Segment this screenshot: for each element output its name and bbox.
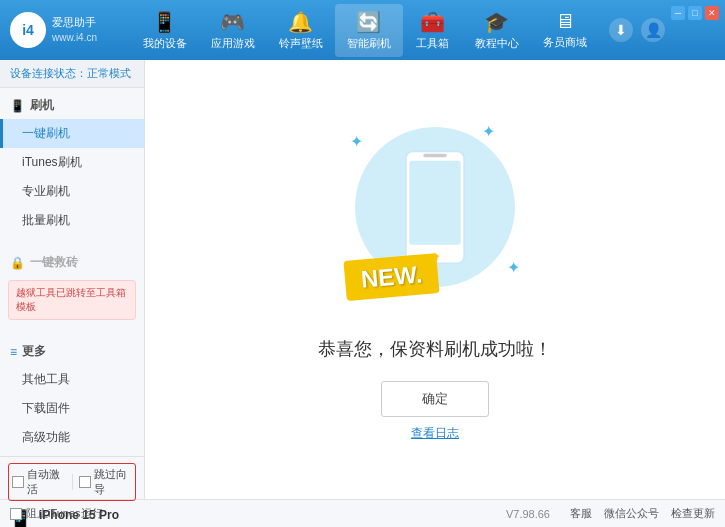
sidebar-item-batch-flash[interactable]: 批量刷机	[0, 206, 144, 235]
sidebar-section-flash: 📱 刷机 一键刷机 iTunes刷机 专业刷机 批量刷机	[0, 88, 144, 239]
top-right-controls: ⬇ 👤	[609, 18, 665, 42]
sidebar-section-more: ≡ 更多 其他工具 下载固件 高级功能	[0, 334, 144, 456]
sidebar-item-itunes-flash[interactable]: iTunes刷机	[0, 148, 144, 177]
lock-icon: 🔒	[10, 256, 25, 270]
nav-my-device-label: 我的设备	[143, 36, 187, 51]
nav-bar: 📱 我的设备 🎮 应用游戏 🔔 铃声壁纸 🔄 智能刷机 🧰 工具箱 🎓 教程中心…	[120, 4, 609, 57]
version-label: V7.98.66	[506, 508, 550, 520]
sidebar-section-more-header: ≡ 更多	[0, 338, 144, 365]
nav-store-icon: 🖥	[555, 10, 575, 33]
new-badge-stars: ✦	[429, 248, 442, 265]
nav-ringtones[interactable]: 🔔 铃声壁纸	[267, 4, 335, 57]
nav-tutorial[interactable]: 🎓 教程中心	[463, 4, 531, 57]
nav-smart-flash-icon: 🔄	[356, 10, 381, 34]
auto-activate-checkbox-label[interactable]: 自动激活	[12, 467, 65, 497]
bottom-links: 客服 微信公众号 检查更新	[570, 506, 715, 521]
new-badge: NEW. ✦	[343, 253, 439, 301]
nav-toolbox[interactable]: 🧰 工具箱	[403, 4, 463, 57]
auto-activate-checkbox[interactable]	[12, 476, 24, 488]
window-controls: ─ □ ✕	[671, 6, 719, 20]
nav-smart-flash-label: 智能刷机	[347, 36, 391, 51]
skip-activate-checkbox[interactable]	[79, 476, 91, 488]
nav-store-label: 务员商域	[543, 35, 587, 50]
bottom-link-wechat[interactable]: 微信公众号	[604, 506, 659, 521]
skip-activate-checkbox-label[interactable]: 跳过向导	[79, 467, 132, 497]
svg-rect-1	[409, 160, 460, 244]
new-badge-text: NEW.	[360, 260, 423, 292]
sidebar-item-one-key-flash[interactable]: 一键刷机	[0, 119, 144, 148]
logo-circle: i4	[10, 12, 46, 48]
content-area: 设备连接状态：正常模式 📱 刷机 一键刷机 iTunes刷机 专业刷机 批量刷机	[0, 60, 725, 499]
close-button[interactable]: ✕	[705, 6, 719, 20]
view-log-link[interactable]: 查看日志	[411, 425, 459, 442]
sparkle-1-icon: ✦	[350, 132, 363, 151]
nav-apps-games[interactable]: 🎮 应用游戏	[199, 4, 267, 57]
sidebar-item-download-firmware[interactable]: 下载固件	[0, 394, 144, 423]
auto-activate-row: 自动激活 跳过向导	[8, 463, 136, 501]
download-button[interactable]: ⬇	[609, 18, 633, 42]
sidebar-section-flash-header: 📱 刷机	[0, 92, 144, 119]
nav-toolbox-icon: 🧰	[420, 10, 445, 34]
status-bar: 设备连接状态：正常模式	[0, 60, 144, 88]
topbar: i4 爱思助手 www.i4.cn 📱 我的设备 🎮 应用游戏 🔔 铃声壁纸 🔄…	[0, 0, 725, 60]
bottom-link-update[interactable]: 检查更新	[671, 506, 715, 521]
sidebar-item-pro-flash[interactable]: 专业刷机	[0, 177, 144, 206]
nav-my-device[interactable]: 📱 我的设备	[131, 4, 199, 57]
sparkle-3-icon: ✦	[507, 258, 520, 277]
sidebar-section-rescue-header: 🔒 一键救砖	[0, 249, 144, 276]
nav-toolbox-label: 工具箱	[416, 36, 449, 51]
more-section-icon: ≡	[10, 345, 17, 359]
maximize-button[interactable]: □	[688, 6, 702, 20]
logo-text: 爱思助手 www.i4.cn	[52, 15, 97, 44]
main-content: ✦ ✦ ✦ NEW. ✦ 恭喜您，保资料刷机成功啦！ 确定 查看日志	[145, 60, 725, 499]
stop-itunes-label[interactable]: 阻止iTunes运行	[10, 506, 103, 521]
sidebar-section-rescue: 🔒 一键救砖 越狱工具已跳转至工具箱模板	[0, 245, 144, 328]
nav-my-device-icon: 📱	[152, 10, 177, 34]
sidebar: 设备连接状态：正常模式 📱 刷机 一键刷机 iTunes刷机 专业刷机 批量刷机	[0, 60, 145, 499]
logo-area: i4 爱思助手 www.i4.cn	[10, 12, 120, 48]
nav-ringtones-icon: 🔔	[288, 10, 313, 34]
sidebar-notice: 越狱工具已跳转至工具箱模板	[8, 280, 136, 320]
svg-rect-2	[423, 153, 446, 156]
sidebar-item-advanced[interactable]: 高级功能	[0, 423, 144, 452]
minimize-button[interactable]: ─	[671, 6, 685, 20]
nav-apps-games-icon: 🎮	[220, 10, 245, 34]
nav-ringtones-label: 铃声壁纸	[279, 36, 323, 51]
user-button[interactable]: 👤	[641, 18, 665, 42]
nav-apps-games-label: 应用游戏	[211, 36, 255, 51]
bottom-link-service[interactable]: 客服	[570, 506, 592, 521]
nav-tutorial-icon: 🎓	[484, 10, 509, 34]
confirm-button[interactable]: 确定	[381, 381, 489, 417]
success-illustration: ✦ ✦ ✦ NEW. ✦	[345, 117, 525, 317]
flash-section-icon: 📱	[10, 99, 25, 113]
checkbox-separator	[72, 474, 73, 490]
success-text: 恭喜您，保资料刷机成功啦！	[318, 337, 552, 361]
nav-smart-flash[interactable]: 🔄 智能刷机	[335, 4, 403, 57]
stop-itunes-checkbox[interactable]	[10, 508, 22, 520]
sparkle-2-icon: ✦	[482, 122, 495, 141]
sidebar-item-other-tools[interactable]: 其他工具	[0, 365, 144, 394]
nav-store[interactable]: 🖥 务员商域	[531, 4, 599, 56]
nav-tutorial-label: 教程中心	[475, 36, 519, 51]
